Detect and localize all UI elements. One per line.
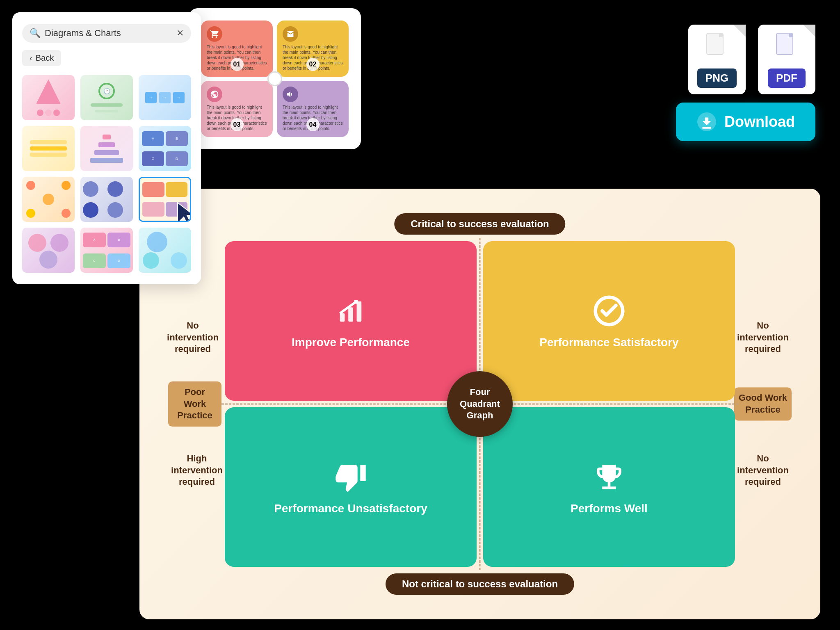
performance-unsatisfactory-title: Performance Unsatisfactory	[274, 501, 427, 516]
close-icon[interactable]: ✕	[176, 28, 184, 39]
thumbnail-item[interactable]	[22, 177, 75, 222]
thumbnail-item[interactable]: → → →	[139, 75, 191, 120]
not-critical-label: Not critical to success evaluation	[386, 573, 574, 595]
pdf-file-icon	[774, 32, 799, 61]
good-work-label: Good Work Practice	[734, 387, 792, 420]
quad-cell-2: This layout is good to highlight the mai…	[277, 21, 349, 77]
download-icon	[696, 112, 717, 132]
svg-rect-8	[340, 313, 345, 322]
bottom-diagram: Critical to success evaluation Not criti…	[139, 189, 820, 619]
svg-rect-10	[357, 301, 362, 322]
quad-cell-4: This layout is good to highlight the mai…	[277, 81, 349, 137]
thumbnail-item[interactable]: A B C D	[80, 228, 133, 273]
bar-chart-up-icon	[336, 297, 365, 325]
file-corner-pdf	[803, 25, 815, 37]
thumbnail-item[interactable]: 🕐	[80, 75, 133, 120]
checkmark-circle-icon	[593, 294, 625, 327]
high-intervention-label: High interventionrequired	[164, 453, 230, 488]
store-icon	[286, 30, 295, 39]
improve-performance-icon	[332, 292, 369, 329]
no-intervention-right-bottom-label: No interventionrequired	[730, 453, 796, 488]
four-label: Four	[470, 386, 490, 398]
improve-performance-title: Improve Performance	[292, 335, 410, 349]
quad-number-4: 04	[306, 118, 320, 131]
download-label: Download	[724, 113, 795, 130]
search-bar: 🔍 ✕	[22, 24, 191, 43]
file-corner-png	[733, 25, 746, 37]
bottom-diagram-inner: Critical to success evaluation Not criti…	[156, 205, 804, 603]
critical-success-label: Critical to success evaluation	[394, 213, 565, 235]
performs-well-icon	[591, 459, 628, 495]
right-section: PNG PDF Download	[676, 25, 815, 141]
diagram-preview-card: This layout is good to highlight the mai…	[189, 8, 361, 149]
download-button[interactable]: Download	[676, 103, 815, 141]
quad-icon-4	[283, 87, 298, 102]
quad-number-3: 03	[231, 118, 244, 131]
thumbnail-grid: 🕐 → → →	[22, 75, 191, 273]
search-icon: 🔍	[30, 28, 41, 39]
performance-satisfactory-icon	[591, 292, 628, 329]
improve-performance-cell: Improve Performance	[225, 241, 477, 401]
back-label: Back	[36, 53, 54, 63]
cursor-arrow-icon	[176, 201, 191, 222]
thumbnail-item[interactable]	[139, 228, 191, 273]
thumbs-down-icon	[334, 461, 367, 493]
center-circle	[267, 71, 282, 86]
performance-satisfactory-title: Performance Satisfactory	[539, 335, 678, 349]
pdf-label: PDF	[768, 68, 806, 88]
quad-cell-1: This layout is good to highlight the mai…	[201, 21, 273, 77]
svg-rect-6	[789, 33, 793, 37]
performance-satisfactory-cell: Performance Satisfactory	[483, 241, 735, 401]
quad-icon-1	[207, 26, 222, 42]
thumbnail-item[interactable]	[139, 177, 191, 222]
quad-number-2: 02	[306, 58, 320, 71]
thumbnail-item[interactable]: A B C D	[139, 126, 191, 171]
thumbnail-item[interactable]	[80, 177, 133, 222]
png-label: PNG	[697, 68, 737, 88]
search-input[interactable]	[45, 28, 172, 39]
pdf-file-button[interactable]: PDF	[758, 25, 815, 94]
svg-rect-3	[719, 33, 723, 37]
quad-preview-diagram: This layout is good to highlight the mai…	[201, 21, 349, 137]
no-intervention-right-top-label: No interventionrequired	[730, 320, 796, 355]
back-button[interactable]: ‹ Back	[22, 50, 61, 66]
no-intervention-left-top-label: No interventionrequired	[164, 320, 221, 355]
thumbnail-item[interactable]	[22, 75, 75, 120]
trophy-icon	[593, 461, 625, 493]
quad-number-1: 01	[231, 58, 244, 71]
png-file-button[interactable]: PNG	[688, 25, 746, 94]
four-quadrant-center-label: Four Quadrant Graph	[447, 371, 513, 437]
thumbnail-item[interactable]	[22, 228, 75, 273]
chevron-left-icon: ‹	[30, 53, 32, 63]
quadrant-label: Quadrant	[460, 398, 500, 410]
performs-well-cell: Performs Well	[483, 407, 735, 567]
megaphone-icon	[286, 90, 295, 99]
svg-rect-9	[348, 307, 353, 322]
left-panel: 🔍 ✕ ‹ Back 🕐	[12, 12, 201, 284]
cart-icon	[210, 30, 219, 39]
globe-icon	[210, 90, 219, 99]
graph-label: Graph	[467, 410, 493, 422]
performs-well-title: Performs Well	[571, 501, 648, 516]
performance-unsatisfactory-cell: Performance Unsatisfactory	[225, 407, 477, 567]
thumbnail-item[interactable]	[22, 126, 75, 171]
quad-icon-2	[283, 26, 298, 42]
quad-icon-3	[207, 87, 222, 102]
thumbnail-item[interactable]	[80, 126, 133, 171]
performance-unsatisfactory-icon	[332, 459, 369, 495]
poor-work-label: Poor Work Practice	[168, 381, 221, 427]
png-file-icon	[705, 32, 729, 61]
file-buttons: PNG PDF	[688, 25, 815, 94]
quad-cell-3: This layout is good to highlight the mai…	[201, 81, 273, 137]
svg-marker-0	[178, 203, 191, 222]
